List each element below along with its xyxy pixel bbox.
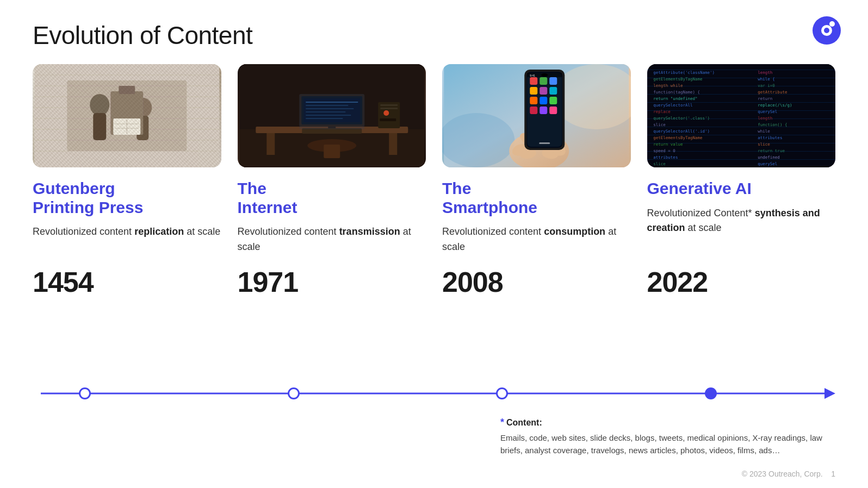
svg-text:querySelectorAll('.id'): querySelectorAll('.id') — [653, 129, 710, 134]
svg-text:attributes: attributes — [758, 135, 782, 140]
svg-rect-85 — [539, 142, 550, 144]
svg-rect-87 — [649, 64, 834, 167]
svg-text:querySelectorAll: querySelectorAll — [653, 103, 692, 108]
card-desc-gutenberg: Revolutionized content replication at sc… — [33, 224, 221, 255]
svg-text:slice: slice — [758, 142, 770, 147]
footnote: * Content: Emails, code, web sites, slid… — [500, 417, 835, 457]
svg-point-16 — [134, 98, 152, 117]
content-grid: Gutenberg Printing Press Revolutionized … — [33, 64, 835, 298]
footer-copyright: © 2023 Outreach, Corp. — [742, 470, 823, 478]
card-title-gutenberg: Gutenberg Printing Press — [33, 179, 221, 217]
svg-text:querySel: querySel — [758, 161, 777, 166]
svg-line-29 — [34, 80, 197, 167]
svg-rect-55 — [380, 104, 398, 106]
footnote-star: * — [500, 417, 504, 428]
svg-rect-78 — [540, 97, 547, 104]
svg-text:9:41: 9:41 — [530, 74, 535, 77]
footer: © 2023 Outreach, Corp. 1 — [742, 470, 835, 478]
card-desc-internet: Revolutionized content transmission at s… — [238, 224, 426, 255]
svg-rect-18 — [110, 91, 143, 135]
card-desc-smartphone: Revolutionized content consumption at sc… — [442, 224, 631, 255]
svg-text:while {: while { — [758, 77, 775, 82]
svg-point-3 — [829, 21, 835, 27]
svg-line-32 — [34, 146, 132, 167]
svg-text:getAttribute('className'): getAttribute('className') — [653, 70, 715, 75]
svg-line-30 — [34, 102, 176, 167]
svg-text:length while: length while — [653, 83, 683, 88]
svg-text:querySelector('.class'): querySelector('.class') — [653, 116, 710, 121]
svg-rect-15 — [93, 113, 106, 140]
svg-rect-81 — [540, 107, 547, 114]
card-year-ai: 2022 — [647, 266, 836, 298]
svg-text:slice: slice — [653, 122, 666, 127]
svg-rect-71 — [530, 77, 537, 85]
svg-line-27 — [100, 64, 219, 102]
svg-rect-4 — [34, 64, 219, 167]
svg-text:slice: slice — [653, 161, 666, 166]
card-ai: getAttribute('className') getElementsByT… — [647, 64, 836, 298]
svg-line-31 — [34, 124, 154, 167]
svg-point-57 — [383, 110, 389, 116]
image-ai: getAttribute('className') getElementsByT… — [647, 64, 836, 167]
svg-line-24 — [34, 64, 219, 167]
svg-rect-37 — [266, 133, 275, 155]
svg-point-86 — [541, 73, 548, 77]
svg-text:return true: return true — [758, 148, 785, 153]
svg-rect-72 — [540, 77, 547, 85]
image-smartphone: 9:41 — [442, 64, 631, 167]
card-smartphone: 9:41 The Smartphone Revolutionized conte… — [442, 64, 631, 298]
svg-text:var i=0: var i=0 — [758, 83, 775, 88]
svg-point-14 — [90, 94, 109, 116]
card-title-ai: Generative AI — [647, 179, 836, 198]
svg-text:return value: return value — [653, 142, 683, 147]
svg-text:querySel: querySel — [758, 109, 777, 114]
card-year-smartphone: 2008 — [442, 266, 631, 298]
card-year-gutenberg: 1454 — [33, 266, 221, 298]
svg-line-25 — [56, 64, 219, 146]
svg-rect-13 — [67, 80, 187, 151]
timeline-dot-2 — [288, 387, 300, 399]
card-title-smartphone: The Smartphone — [442, 179, 631, 217]
card-internet: The Internet Revolutionized content tran… — [238, 64, 426, 298]
svg-point-2 — [824, 28, 829, 33]
svg-rect-38 — [389, 133, 397, 155]
svg-line-28 — [121, 64, 219, 80]
page-title: Evolution of Content — [33, 21, 252, 50]
svg-text:undefined: undefined — [758, 155, 780, 160]
timeline — [33, 385, 835, 402]
image-internet — [238, 64, 426, 167]
logo — [813, 16, 841, 45]
svg-rect-73 — [549, 77, 557, 85]
svg-text:return "undefined": return "undefined" — [653, 96, 697, 101]
svg-rect-56 — [380, 108, 398, 109]
svg-rect-76 — [549, 87, 557, 95]
footer-page-number: 1 — [831, 470, 835, 478]
svg-rect-79 — [549, 97, 557, 104]
svg-rect-52 — [324, 145, 340, 158]
svg-rect-20 — [113, 118, 140, 135]
svg-text:replace: replace — [653, 109, 671, 114]
card-title-internet: The Internet — [238, 179, 426, 217]
svg-rect-80 — [530, 107, 537, 114]
svg-text:while: while — [758, 129, 770, 134]
svg-text:length: length — [758, 70, 772, 75]
svg-rect-74 — [530, 87, 537, 95]
svg-text:function(tagName) {: function(tagName) { — [653, 90, 700, 95]
svg-rect-75 — [540, 87, 547, 95]
timeline-dots — [33, 385, 835, 402]
svg-line-26 — [78, 64, 219, 124]
svg-rect-19 — [119, 86, 135, 94]
svg-rect-53 — [299, 94, 364, 129]
svg-rect-17 — [137, 116, 148, 140]
card-desc-ai: Revolutionized Content* synthesis and cr… — [647, 206, 836, 255]
footnote-body: Emails, code, web sites, slide decks, bl… — [500, 431, 835, 457]
timeline-dot-4 — [705, 387, 717, 399]
svg-text:getElementsByTagName: getElementsByTagName — [653, 77, 703, 82]
svg-text:replace(/\s/g): replace(/\s/g) — [758, 103, 792, 108]
svg-text:speed = 0: speed = 0 — [653, 148, 675, 153]
timeline-dot-1 — [79, 387, 91, 399]
svg-text:getAttribute: getAttribute — [758, 90, 788, 95]
svg-rect-54 — [378, 102, 400, 128]
svg-rect-118 — [649, 64, 834, 167]
footnote-title: Content: — [506, 418, 542, 428]
